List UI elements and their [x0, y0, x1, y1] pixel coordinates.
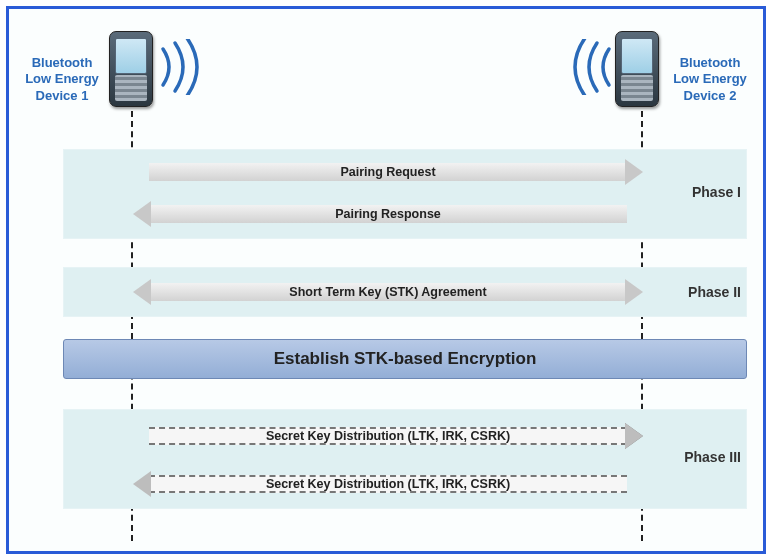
- signal-icon-right: [565, 39, 615, 95]
- phone-icon-left: [109, 31, 157, 111]
- arrow-secret-dist-1: Secret Key Distribution (LTK, IRK, CSRK): [137, 423, 639, 449]
- arrow-label: Secret Key Distribution (LTK, IRK, CSRK): [149, 427, 627, 445]
- phase-3-label: Phase III: [684, 449, 741, 465]
- arrowhead-right-icon: [625, 279, 643, 305]
- arrow-label: Secret Key Distribution (LTK, IRK, CSRK): [149, 475, 627, 493]
- arrow-label: Pairing Response: [149, 205, 627, 223]
- arrowhead-left-icon: [133, 201, 151, 227]
- arrowhead-right-icon: [625, 159, 643, 185]
- device-1-label: Bluetooth Low Energy Device 1: [17, 55, 107, 104]
- phone-icon-right: [615, 31, 663, 111]
- arrow-label: Short Term Key (STK) Agreement: [149, 283, 627, 301]
- arrowhead-left-icon: [133, 279, 151, 305]
- arrow-pairing-request: Pairing Request: [137, 159, 639, 185]
- arrow-stk-agreement: Short Term Key (STK) Agreement: [137, 279, 639, 305]
- establish-stk-bar: Establish STK-based Encryption: [63, 339, 747, 379]
- establish-label: Establish STK-based Encryption: [274, 349, 537, 369]
- arrow-pairing-response: Pairing Response: [137, 201, 639, 227]
- signal-icon-left: [157, 39, 207, 95]
- phase-2-label: Phase II: [688, 284, 741, 300]
- device-2-label: Bluetooth Low Energy Device 2: [665, 55, 755, 104]
- arrow-secret-dist-2: Secret Key Distribution (LTK, IRK, CSRK): [137, 471, 639, 497]
- diagram-frame: Bluetooth Low Energy Device 1 Bluetooth …: [6, 6, 766, 554]
- phase-1-label: Phase I: [692, 184, 741, 200]
- arrowhead-right-icon: [625, 423, 643, 449]
- arrowhead-left-icon: [133, 471, 151, 497]
- arrow-label: Pairing Request: [149, 163, 627, 181]
